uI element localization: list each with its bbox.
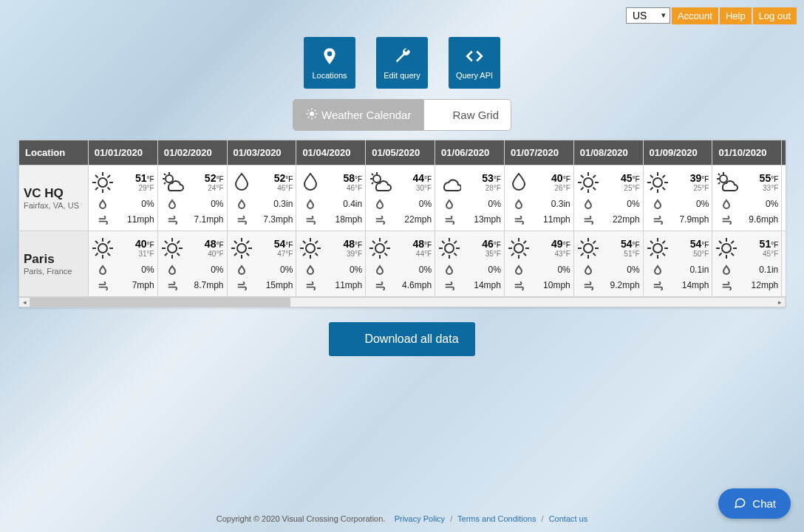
scroll-left-arrow[interactable]: ◂ [19, 299, 30, 306]
precip-icon [512, 197, 525, 211]
condition-icon [298, 170, 323, 195]
tab-weather-calendar[interactable]: Weather Calendar [293, 99, 423, 131]
temps: 44°F30°F [392, 173, 432, 192]
logout-button[interactable]: Log out [753, 7, 797, 24]
wind-icon [582, 213, 595, 226]
location-sub: Fairfax, VA, US [24, 201, 84, 210]
precip-icon [582, 263, 595, 276]
day-cell-clipped [782, 166, 786, 231]
day-cell: 44°F30°F0%22mph [366, 166, 435, 231]
temp-high: 52°F [254, 173, 293, 184]
condition-icon [576, 170, 601, 195]
code-icon [465, 47, 484, 71]
help-button[interactable]: Help [720, 7, 752, 24]
query-api-button[interactable]: Query API [449, 37, 500, 89]
temp-low: 33°F [739, 184, 778, 192]
precip-icon [166, 197, 179, 211]
precip-value: 0.1in [664, 265, 709, 275]
temp-low: 40°F [185, 250, 224, 258]
scroll-thumb[interactable] [30, 298, 290, 307]
wind-value: 18mph [317, 214, 362, 225]
day-cell: 51°F45°F0.1in12mph [712, 231, 782, 297]
temp-low: 39°F [323, 250, 362, 258]
edit-query-label: Edit query [384, 71, 420, 80]
grid-icon [436, 107, 449, 123]
header-date: 01/06/2020 [435, 140, 505, 166]
temp-high: 53°F [462, 173, 501, 184]
wind-value: 22mph [595, 214, 640, 225]
temps: 40°F31°F [115, 239, 154, 258]
scroll-track[interactable] [30, 298, 774, 307]
precip-icon [96, 263, 109, 276]
query-api-label: Query API [456, 71, 493, 80]
location-cell: ParisParis, France [19, 231, 89, 297]
chat-button[interactable]: Chat [718, 488, 791, 519]
wind-icon [720, 213, 733, 226]
map-pin-icon [320, 47, 339, 71]
temps: 53°F28°F [462, 173, 501, 192]
condition-icon [90, 236, 115, 261]
temp-high: 52°F [185, 173, 224, 184]
header-location: Location [19, 140, 89, 166]
temps: 48°F39°F [323, 239, 362, 258]
temp-low: 43°F [531, 250, 570, 258]
day-cell: 39°F25°F0%7.9mph [643, 166, 712, 231]
precip-value: 0% [179, 199, 224, 209]
temps: 52°F46°F [254, 173, 293, 192]
precip-value: 0% [109, 265, 154, 275]
svg-line-5 [308, 110, 310, 112]
condition-icon [714, 236, 739, 261]
locations-button[interactable]: Locations [304, 37, 355, 89]
day-cell: 48°F44°F0%4.6mph [366, 231, 435, 297]
horizontal-scrollbar[interactable]: ◂ ▸ [18, 297, 786, 307]
temps: 58°F46°F [323, 173, 362, 192]
terms-link[interactable]: Terms and Conditions [457, 514, 536, 523]
temp-low: 31°F [115, 250, 154, 258]
temps: 51°F45°F [739, 239, 778, 258]
precip-value: 0% [595, 199, 640, 209]
temp-low: 51°F [601, 250, 640, 258]
wind-icon [720, 279, 733, 292]
precip-icon [582, 197, 595, 211]
precip-icon [96, 197, 109, 211]
tab-raw-grid[interactable]: Raw Grid [423, 99, 511, 131]
wrench-icon [392, 47, 412, 71]
header-date: 01/03/2020 [227, 140, 296, 166]
precip-icon [166, 263, 179, 276]
temps: 39°F25°F [670, 173, 709, 192]
wind-icon [96, 213, 109, 226]
edit-query-button[interactable]: Edit query [376, 37, 428, 89]
account-button[interactable]: Account [672, 7, 718, 24]
temp-low: 24°F [185, 184, 224, 192]
temp-low: 26°F [531, 184, 570, 192]
wind-icon [166, 279, 179, 292]
temp-high: 51°F [739, 239, 778, 250]
header-date: 01/02/2020 [157, 140, 227, 166]
condition-icon [229, 170, 254, 195]
condition-icon [645, 170, 670, 195]
precip-icon [373, 197, 386, 211]
condition-icon [160, 170, 185, 195]
footer: Copyright © 2020 Visual Crossing Corpora… [0, 514, 804, 523]
temp-high: 51°F [115, 173, 154, 184]
scroll-right-arrow[interactable]: ▸ [774, 299, 785, 306]
precip-icon [304, 263, 317, 276]
wind-icon [443, 279, 456, 292]
condition-icon [576, 236, 601, 261]
condition-icon [714, 170, 739, 195]
location-cell: VC HQFairfax, VA, US [19, 166, 89, 231]
day-cell: 52°F24°F0%7.1mph [157, 166, 227, 231]
condition-icon [437, 236, 462, 261]
header-date: 01/10/2020 [712, 140, 782, 166]
locale-select[interactable]: US [626, 7, 670, 24]
temps: 52°F24°F [185, 173, 224, 192]
temps: 54°F51°F [601, 239, 640, 258]
download-button[interactable]: Download all data [329, 322, 474, 356]
wind-icon [651, 279, 664, 292]
temp-high: 54°F [254, 239, 293, 250]
contact-link[interactable]: Contact us [549, 514, 588, 523]
privacy-link[interactable]: Privacy Policy [395, 514, 445, 523]
chat-label: Chat [752, 497, 776, 510]
precip-icon [235, 263, 248, 276]
precip-icon [304, 197, 317, 211]
